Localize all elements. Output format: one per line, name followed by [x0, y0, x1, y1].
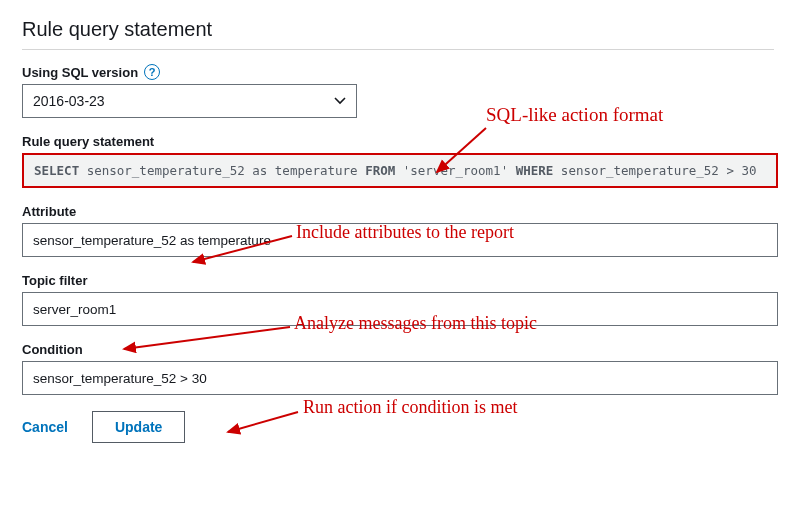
condition-section: Condition sensor_temperature_52 > 30	[22, 342, 774, 395]
sql-version-section: Using SQL version ? 2016-03-23	[22, 64, 774, 118]
attribute-input[interactable]: sensor_temperature_52 as temperature	[22, 223, 778, 257]
chevron-down-icon	[334, 97, 346, 105]
help-icon[interactable]: ?	[144, 64, 160, 80]
page-title: Rule query statement	[22, 18, 774, 41]
sql-version-select[interactable]: 2016-03-23	[22, 84, 357, 118]
attribute-label: Attribute	[22, 204, 76, 219]
form-actions: Cancel Update	[22, 411, 774, 443]
condition-label: Condition	[22, 342, 83, 357]
sql-version-selected-value: 2016-03-23	[33, 93, 105, 109]
update-button[interactable]: Update	[92, 411, 185, 443]
sql-where-expression: sensor_temperature_52 > 30	[561, 163, 757, 178]
attribute-section: Attribute sensor_temperature_52 as tempe…	[22, 204, 774, 257]
title-divider	[22, 49, 774, 50]
condition-value: sensor_temperature_52 > 30	[33, 371, 207, 386]
topic-filter-value: server_room1	[33, 302, 116, 317]
query-statement-label: Rule query statement	[22, 134, 154, 149]
rule-query-statement-field[interactable]: SELECT sensor_temperature_52 as temperat…	[22, 153, 778, 188]
sql-topic-literal: 'server_room1'	[403, 163, 508, 178]
query-statement-section: Rule query statement SELECT sensor_tempe…	[22, 134, 774, 188]
condition-input[interactable]: sensor_temperature_52 > 30	[22, 361, 778, 395]
topic-filter-label: Topic filter	[22, 273, 87, 288]
sql-select-expression: sensor_temperature_52 as temperature	[87, 163, 358, 178]
attribute-value: sensor_temperature_52 as temperature	[33, 233, 271, 248]
cancel-button[interactable]: Cancel	[22, 415, 68, 439]
sql-keyword-from: FROM	[365, 163, 395, 178]
sql-version-label: Using SQL version	[22, 65, 138, 80]
topic-filter-section: Topic filter server_room1	[22, 273, 774, 326]
sql-keyword-select: SELECT	[34, 163, 79, 178]
sql-keyword-where: WHERE	[516, 163, 554, 178]
topic-filter-input[interactable]: server_room1	[22, 292, 778, 326]
